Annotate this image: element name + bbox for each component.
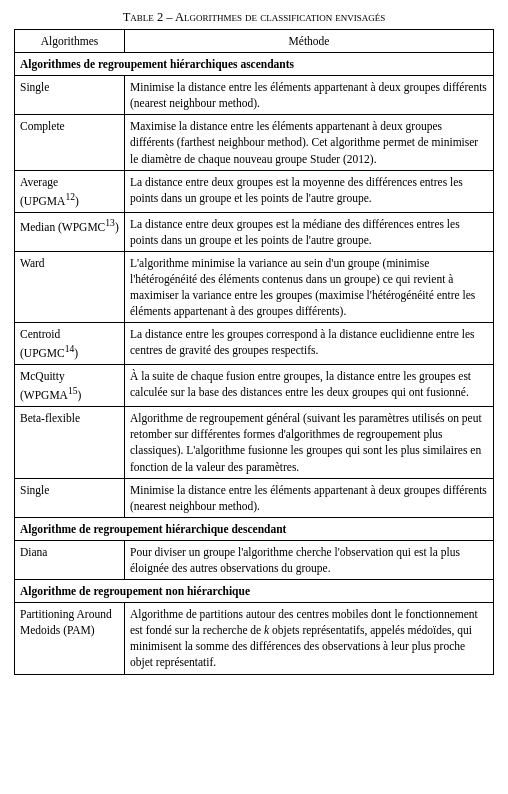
table-row: Partitioning Around Medoids (PAM)Algorit…	[15, 603, 494, 674]
table-title: Table 2 – Algorithmes de classification …	[14, 10, 494, 25]
method-cell: Algorithme de partitions autour des cent…	[125, 603, 494, 674]
table-row: Beta-flexibleAlgorithme de regroupement …	[15, 407, 494, 478]
method-cell: Minimise la distance entre les éléments …	[125, 76, 494, 115]
method-cell: L'algorithme minimise la variance au sei…	[125, 251, 494, 322]
algo-cell: Average (UPGMA12)	[15, 170, 125, 212]
method-cell: La distance entre deux groupes est la mo…	[125, 170, 494, 212]
header-methode: Méthode	[125, 30, 494, 53]
method-cell: La distance entre les groupes correspond…	[125, 323, 494, 365]
table-row: Average (UPGMA12)La distance entre deux …	[15, 170, 494, 212]
algo-cell: Beta-flexible	[15, 407, 125, 478]
method-cell: À la suite de chaque fusion entre groupe…	[125, 365, 494, 407]
classification-table: Algorithmes Méthode Algorithmes de regro…	[14, 29, 494, 675]
section-header-cell: Algorithme de regroupement non hiérarchi…	[15, 580, 494, 603]
section-header-cell: Algorithme de regroupement hiérarchique …	[15, 517, 494, 540]
algo-cell: McQuitty (WPGMA15)	[15, 365, 125, 407]
table-row: McQuitty (WPGMA15)À la suite de chaque f…	[15, 365, 494, 407]
header-algorithmes: Algorithmes	[15, 30, 125, 53]
algo-cell: Centroid (UPGMC14)	[15, 323, 125, 365]
section-header-cell: Algorithmes de regroupement hiérarchique…	[15, 53, 494, 76]
algo-cell: Complete	[15, 115, 125, 170]
algo-cell: Median (WPGMC13)	[15, 212, 125, 251]
section-header-row: Algorithme de regroupement hiérarchique …	[15, 517, 494, 540]
method-cell: Pour diviser un groupe l'algorithme cher…	[125, 540, 494, 579]
table-row: SingleMinimise la distance entre les élé…	[15, 76, 494, 115]
algo-cell: Ward	[15, 251, 125, 322]
algo-cell: Single	[15, 76, 125, 115]
section-header-row: Algorithmes de regroupement hiérarchique…	[15, 53, 494, 76]
algo-cell: Partitioning Around Medoids (PAM)	[15, 603, 125, 674]
method-cell: Minimise la distance entre les éléments …	[125, 478, 494, 517]
section-header-row: Algorithme de regroupement non hiérarchi…	[15, 580, 494, 603]
table-row: DianaPour diviser un groupe l'algorithme…	[15, 540, 494, 579]
table-row: CompleteMaximise la distance entre les é…	[15, 115, 494, 170]
algo-cell: Single	[15, 478, 125, 517]
method-cell: La distance entre deux groupes est la mé…	[125, 212, 494, 251]
method-cell: Algorithme de regroupement général (suiv…	[125, 407, 494, 478]
table-row: SingleMinimise la distance entre les élé…	[15, 478, 494, 517]
method-cell: Maximise la distance entre les éléments …	[125, 115, 494, 170]
table-row: Median (WPGMC13)La distance entre deux g…	[15, 212, 494, 251]
algo-cell: Diana	[15, 540, 125, 579]
table-row: Centroid (UPGMC14)La distance entre les …	[15, 323, 494, 365]
table-row: WardL'algorithme minimise la variance au…	[15, 251, 494, 322]
